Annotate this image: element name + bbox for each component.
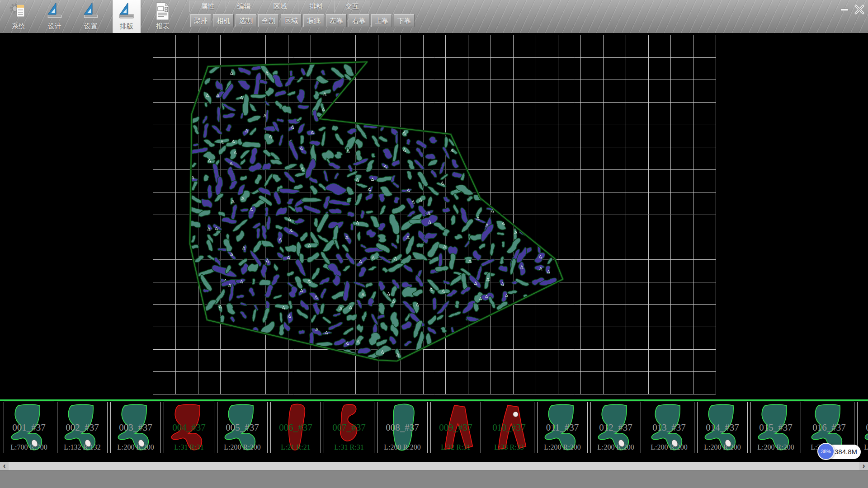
part-name-label: 010_#37: [484, 422, 534, 433]
horizontal-scrollbar[interactable]: ‹ ›: [0, 462, 868, 470]
part-lr-count-label: L:33 R:33: [484, 443, 534, 451]
thumbnail-cell[interactable]: 008_#37L:200 R:200: [377, 402, 428, 453]
minimize-icon: [838, 4, 851, 15]
tool-snap-top[interactable]: 上靠: [371, 14, 392, 27]
part-lr-count-label: L:132 R:132: [57, 443, 107, 451]
bottom-status-bar: [0, 470, 868, 488]
thumbnail-cell[interactable]: 001_#37L:700 R:700: [4, 402, 54, 453]
thumbnail-cell[interactable]: 004_#37L:31 R:31: [164, 402, 214, 453]
part-lr-count-label: L:700 R:700: [4, 443, 54, 451]
titlebar: 系统 设计 设置: [0, 0, 868, 33]
part-name-label: 006_#37: [271, 422, 321, 433]
thumbnail-cell[interactable]: 010_#37L:33 R:33: [484, 402, 534, 453]
part-name-label: 004_#37: [164, 422, 214, 433]
mode-button-label: 系统: [5, 22, 33, 31]
tool-cluster-nest[interactable]: 聚排: [190, 14, 211, 27]
mode-button-design[interactable]: 设计: [41, 0, 69, 33]
tool-snap-left[interactable]: 左靠: [326, 14, 347, 27]
tool-defect[interactable]: 瑕疵: [303, 14, 324, 27]
thumbnail-cell[interactable]: 015_#37L:200 R:200: [750, 402, 801, 453]
part-lr-count-label: L:200 R:200: [751, 443, 801, 451]
progress-badge: 38%: [817, 443, 835, 460]
tool-region[interactable]: 区域: [281, 14, 302, 27]
part-name-label: 001_#37: [4, 422, 54, 433]
design-icon: [41, 0, 69, 22]
menu-tab-interaction[interactable]: 交互: [334, 0, 370, 12]
scroll-right-button[interactable]: ›: [859, 462, 868, 470]
part-name-label: 009_#37: [431, 422, 481, 433]
tool-camera[interactable]: 相机: [213, 14, 234, 27]
thumbnail-cell[interactable]: 003_#37L:200 R:200: [110, 402, 161, 453]
menu-tab-nesting[interactable]: 排料: [298, 0, 334, 12]
part-lr-count-label: L:21 R:21: [271, 443, 321, 451]
settings-icon: [77, 0, 105, 22]
thumbnail-cell[interactable]: 002_#37L:132 R:132: [57, 402, 108, 453]
menu-tab-properties[interactable]: 属性: [189, 0, 226, 12]
part-name-label: 013_#37: [644, 422, 694, 433]
part-lr-count-label: L:31 R:31: [324, 443, 374, 451]
report-icon: [149, 0, 177, 22]
part-name-label: 008_#37: [377, 422, 427, 433]
part-name-label: 005_#37: [217, 422, 267, 433]
menu-tab-edit[interactable]: 编辑: [226, 0, 262, 12]
mode-button-label: 报表: [149, 22, 177, 31]
part-lr-count-label: L:31 R:31: [164, 443, 214, 451]
part-lr-count-label: L:200 R:200: [377, 443, 427, 451]
thumbnail-cell[interactable]: 005_#37L:200 R:200: [217, 402, 268, 453]
tool-snap-bottom[interactable]: 下靠: [394, 14, 415, 27]
strip-top-border: [0, 399, 868, 401]
mode-button-system[interactable]: 系统: [5, 0, 33, 33]
part-lr-count-label: L:200 R:200: [538, 443, 587, 451]
close-button[interactable]: [853, 4, 866, 15]
system-icon: [5, 0, 33, 22]
thumbnail-cell[interactable]: 006_#37L:21 R:21: [270, 402, 321, 453]
thumbnail-cell[interactable]: 007_#37L:31 R:31: [324, 402, 374, 453]
scroll-left-button[interactable]: ‹: [0, 462, 9, 470]
tool-snap-right[interactable]: 右靠: [349, 14, 369, 27]
part-name-label: 017_#37: [858, 422, 868, 433]
thumbnail-cell[interactable]: 014_#37L:200 R:200: [697, 402, 748, 453]
menu-tab-region[interactable]: 区域: [262, 0, 298, 12]
thumbnail-cell[interactable]: 013_#37L:200 R:200: [644, 402, 694, 453]
mode-button-report[interactable]: 报表: [149, 0, 177, 33]
mode-button-settings[interactable]: 设置: [77, 0, 105, 33]
scroll-right-icon: ›: [863, 461, 865, 470]
part-name-label: 011_#37: [538, 422, 587, 433]
part-lr-count-label: L:200 R:200: [698, 443, 747, 451]
part-name-label: 007_#37: [324, 422, 374, 433]
part-lr-count-label: L:200 R:200: [111, 443, 160, 451]
close-icon: [853, 4, 866, 15]
progress-percent: 38%: [821, 449, 831, 454]
part-name-label: 002_#37: [57, 422, 107, 433]
tool-cut-all[interactable]: 全割: [258, 14, 279, 27]
part-lr-count-label: L:200 R:200: [644, 443, 694, 451]
mode-button-label: 设计: [41, 22, 69, 31]
scroll-left-icon: ‹: [3, 461, 6, 470]
part-name-label: 012_#37: [591, 422, 641, 433]
nesting-canvas[interactable]: [0, 33, 868, 399]
minimize-button[interactable]: [838, 4, 851, 15]
part-name-label: 003_#37: [111, 422, 160, 433]
thumbnail-cell[interactable]: 017_#37L:200 R:200: [857, 402, 868, 453]
part-name-label: 015_#37: [751, 422, 801, 433]
part-lr-count-label: L:200 R:200: [591, 443, 641, 451]
mode-button-layout[interactable]: 排版: [113, 0, 141, 33]
mode-button-label: 设置: [77, 22, 105, 31]
mode-button-label: 排版: [113, 22, 141, 31]
thumbnail-cell[interactable]: 012_#37L:200 R:200: [590, 402, 641, 453]
thumbnail-cell[interactable]: 009_#37L:32 R:31: [430, 402, 481, 453]
layout-icon: [113, 0, 141, 22]
part-lr-count-label: L:200 R:200: [217, 443, 267, 451]
parts-thumbnail-strip: 001_#37L:700 R:700002_#37L:132 R:132003_…: [0, 402, 868, 454]
part-name-label: 014_#37: [698, 422, 747, 433]
thumbnail-cell[interactable]: 011_#37L:200 R:200: [537, 402, 588, 453]
part-lr-count-label: L:32 R:31: [431, 443, 481, 451]
tool-select-cut[interactable]: 选割: [236, 14, 256, 27]
memory-value: 384.8M: [835, 448, 857, 455]
part-name-label: 016_#37: [804, 422, 854, 433]
part-hole: [513, 412, 518, 417]
